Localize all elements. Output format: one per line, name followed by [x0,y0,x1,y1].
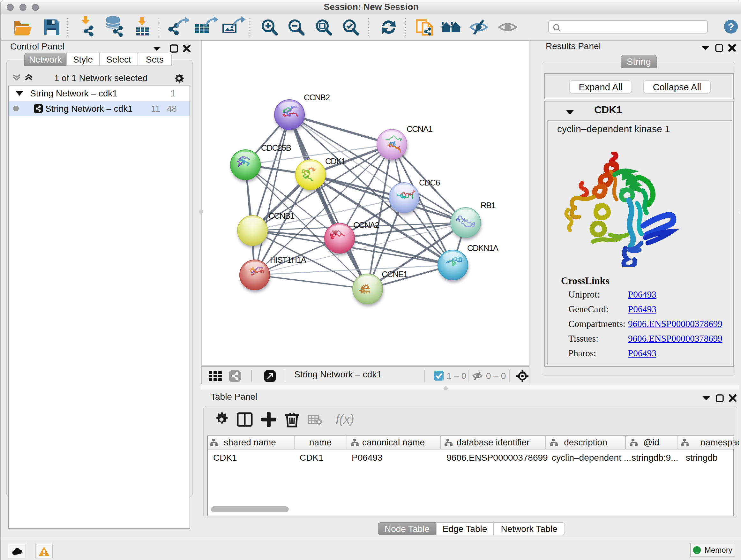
svg-text:CDK1: CDK1 [325,157,346,166]
svg-text:namespace: namespace [700,437,739,447]
svg-text:9606.ENSP00000378699: 9606.ENSP00000378699 [447,453,548,462]
svg-text:HIST1H1A: HIST1H1A [270,255,307,265]
svg-text:CDK1: CDK1 [213,453,237,462]
svg-text:CCNA1: CCNA1 [407,124,433,134]
svg-text:shared name: shared name [224,437,276,447]
svg-text:1 – 0: 1 – 0 [447,371,466,381]
svg-text:stringdb: stringdb [686,453,718,462]
svg-text:CCNB1: CCNB1 [268,211,294,221]
svg-text:@id: @id [643,437,659,447]
svg-text:CCNB2: CCNB2 [304,92,330,102]
svg-text:name: name [309,437,332,447]
svg-text:stringdb:9...: stringdb:9... [631,453,678,462]
svg-text:cyclin–dependent ...: cyclin–dependent ... [552,453,631,462]
svg-text:canonical name: canonical name [362,437,425,447]
svg-text:RB1: RB1 [481,200,495,210]
svg-text:CDC6: CDC6 [419,178,440,187]
svg-text:P06493: P06493 [352,453,383,462]
svg-text:CCNA2: CCNA2 [353,220,380,230]
svg-text:f(x): f(x) [336,412,354,426]
svg-text:description: description [564,437,607,447]
svg-text:CDKN1A: CDKN1A [467,243,499,253]
svg-text:0 – 0: 0 – 0 [486,371,506,381]
svg-text:CDC25B: CDC25B [261,143,291,152]
svg-text:CDK1: CDK1 [300,453,324,462]
svg-text:CCNE1: CCNE1 [382,269,408,279]
svg-text:database identifier: database identifier [457,437,530,447]
